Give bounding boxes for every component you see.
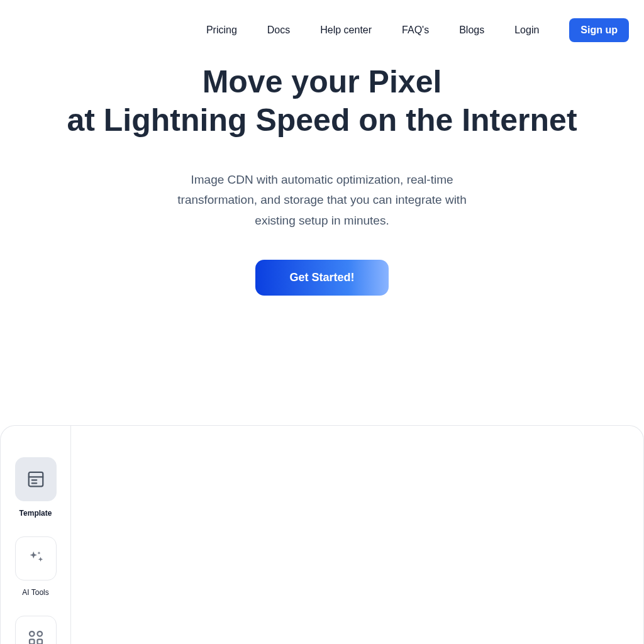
sidebar-item-label: Template <box>19 509 52 518</box>
editor-canvas <box>71 426 643 644</box>
sidebar-item-template[interactable]: Template <box>15 457 57 518</box>
sparkles-icon <box>15 536 57 580</box>
grid-icon <box>15 616 57 644</box>
svg-rect-7 <box>37 640 42 645</box>
hero-title-line1: Move your Pixel <box>203 64 442 99</box>
svg-rect-6 <box>30 640 35 645</box>
svg-point-5 <box>37 631 42 636</box>
nav-help-center[interactable]: Help center <box>320 25 372 36</box>
nav-faqs[interactable]: FAQ's <box>402 25 429 36</box>
hero-title: Move your Pixel at Lightning Speed on th… <box>0 63 644 140</box>
top-nav: Pricing Docs Help center FAQ's Blogs Log… <box>0 0 644 45</box>
sidebar-item-ai-tools[interactable]: AI Tools <box>15 536 57 597</box>
template-icon <box>15 457 57 501</box>
hero-title-line2: at Lightning Speed on the Internet <box>67 103 577 138</box>
editor-panel: Template AI Tools <box>0 425 644 644</box>
editor-sidebar: Template AI Tools <box>1 426 71 644</box>
svg-point-4 <box>30 631 35 636</box>
nav-pricing[interactable]: Pricing <box>206 25 237 36</box>
sidebar-item-grid[interactable] <box>15 616 57 644</box>
nav-login[interactable]: Login <box>514 25 539 36</box>
signup-button[interactable]: Sign up <box>569 18 629 42</box>
hero: Move your Pixel at Lightning Speed on th… <box>0 45 644 296</box>
nav-blogs[interactable]: Blogs <box>459 25 484 36</box>
nav-docs[interactable]: Docs <box>267 25 290 36</box>
sidebar-item-label: AI Tools <box>22 588 48 597</box>
svg-rect-0 <box>28 472 43 487</box>
hero-subtitle: Image CDN with automatic optimization, r… <box>158 170 486 231</box>
get-started-button[interactable]: Get Started! <box>255 260 388 296</box>
